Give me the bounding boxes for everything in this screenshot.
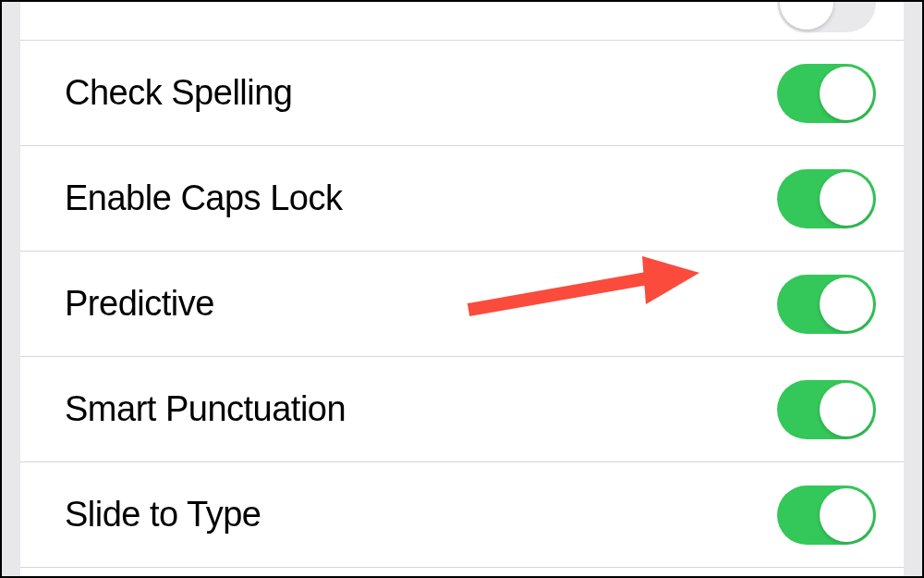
toggle-smart-punctuation[interactable] (777, 380, 876, 439)
toggle-slide-to-type[interactable] (777, 486, 876, 545)
toggle-thumb (820, 172, 873, 226)
settings-row-slide-to-type: Slide to Type (20, 462, 904, 568)
row-label-smart-punctuation: Smart Punctuation (65, 389, 346, 429)
toggle-switch[interactable] (777, 0, 876, 32)
toggle-predictive[interactable] (777, 275, 876, 334)
settings-row-check-spelling: Check Spelling (20, 41, 904, 146)
toggle-check-spelling[interactable] (777, 64, 876, 123)
row-label-predictive: Predictive (65, 284, 214, 324)
toggle-thumb (780, 0, 833, 30)
row-label-caps-lock: Enable Caps Lock (65, 178, 342, 218)
row-label-check-spelling: Check Spelling (65, 73, 292, 113)
settings-row-predictive: Predictive (20, 252, 904, 357)
settings-row-caps-lock: Enable Caps Lock (20, 146, 904, 252)
toggle-thumb (820, 383, 873, 437)
row-label-slide-to-type: Slide to Type (65, 495, 261, 535)
settings-row-partial-top (20, 2, 904, 41)
settings-container: Check Spelling Enable Caps Lock Predicti… (2, 2, 922, 576)
toggle-thumb (820, 277, 873, 331)
settings-list: Check Spelling Enable Caps Lock Predicti… (20, 2, 904, 576)
settings-row-partial-bottom (20, 568, 904, 578)
settings-row-smart-punctuation: Smart Punctuation (20, 357, 904, 462)
toggle-thumb (820, 488, 873, 542)
toggle-caps-lock[interactable] (777, 169, 876, 228)
toggle-thumb (820, 67, 873, 120)
